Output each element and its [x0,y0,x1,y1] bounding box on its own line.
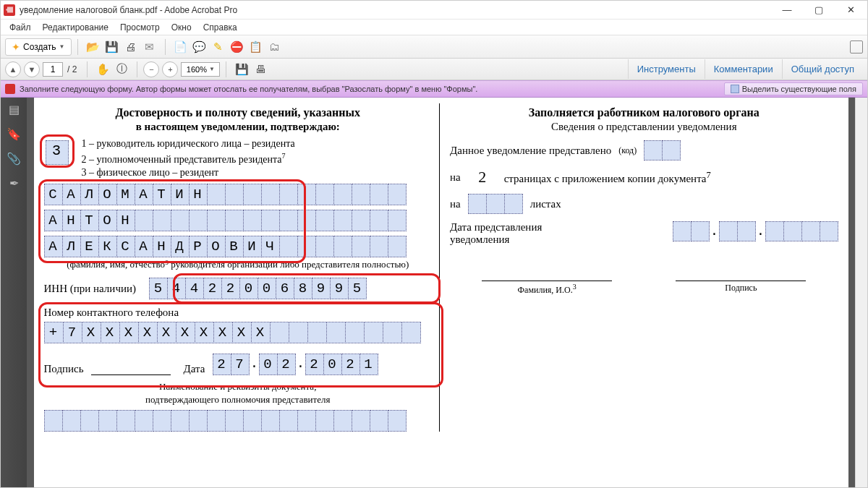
mail-icon[interactable]: ✉ [143,40,156,53]
maximize-button[interactable]: ▢ [809,3,828,17]
form-notice-icon [5,84,15,94]
sheets-field[interactable] [468,194,523,214]
submit-date-label-2: уведомления [450,234,542,246]
open-icon[interactable]: 📂 [87,40,100,53]
right-sub: Сведения о представлении уведомления [450,121,838,133]
window-title: уведомление налоговой бланк.pdf - Adobe … [20,5,778,15]
toolbar-separator [165,39,166,55]
pdf-page: Достоверность и полноту сведений, указан… [34,98,848,487]
date-dot: . [756,221,766,241]
export-icon[interactable]: 📄 [174,40,187,53]
app-window: уведомление налоговой бланк.pdf - Adobe … [0,0,868,488]
legend-2: 2 – уполномоченный представитель резиден… [82,154,282,165]
menu-edit[interactable]: Редактирование [37,21,114,34]
zoom-in-button[interactable]: + [162,61,178,77]
presented-code-label: (код) [618,145,637,156]
menu-view[interactable]: Просмотр [114,21,166,34]
pages-post: страницах с приложением копии документа [504,173,707,184]
left-heading-2: в настоящем уведомлении, подтверждаю: [44,121,433,133]
inn-field[interactable]: 544220068995 [149,278,367,299]
edit-icon[interactable]: ✎ [212,40,225,53]
official-name-label: Фамилия, И.О.3 [482,281,612,296]
page-count: / 2 [67,64,77,74]
bookmarks-panel-icon[interactable]: 🔖 [7,127,21,141]
legend-1: 1 – руководитель юридического лица – рез… [82,137,433,151]
close-button[interactable]: ✕ [841,3,860,17]
date-field[interactable]: 27.02.2021 [213,354,378,375]
star-icon: ✦ [12,41,20,53]
app-icon [4,4,15,16]
highlight-fields-button[interactable]: Выделить существующие поля [724,82,863,95]
minimize-button[interactable]: — [778,3,796,17]
signature-label: Подпись [44,363,84,375]
zoom-out-button[interactable]: − [143,61,159,77]
menu-file[interactable]: Файл [4,21,37,34]
submit-date-label-1: Дата представления [450,221,542,234]
patronymic-field[interactable]: АЛЕКСАНДРОВИЧ [44,236,433,257]
comment-icon[interactable]: 💬 [193,40,206,53]
titlebar: уведомление налоговой бланк.pdf - Adobe … [1,1,867,20]
menu-help[interactable]: Справка [197,21,243,34]
zoom-value: 160% [187,65,207,74]
official-sign-label: Подпись [676,281,806,296]
phone-field[interactable]: +7XXXXXXXXXX [44,322,433,343]
dropdown-icon: ▼ [59,43,65,50]
print2-icon[interactable]: 🖶 [254,63,267,76]
pages-pre: на [450,171,461,184]
workspace: ▤ 🔖 📎 ✒ Достоверность и полноту сведений… [1,98,867,487]
tab-share[interactable]: Общий доступ [782,59,863,79]
tab-tools[interactable]: Инструменты [628,59,705,79]
vertical-scrollbar[interactable] [855,98,867,487]
pages-count: 2 [468,168,497,187]
form-notice-text: Заполните следующую форму. Автор формы м… [20,85,477,93]
legend-sup: 7 [282,152,286,160]
left-heading-1: Достоверность и полноту сведений, указан… [44,106,433,119]
declarant-type-field[interactable]: 3 [46,140,69,165]
select-tool-icon[interactable]: Ⓘ [115,63,128,76]
create-button[interactable]: ✦ Создать ▼ [5,38,72,56]
right-heading: Заполняется работником налогового органа [450,106,838,119]
side-panel: ▤ 🔖 📎 ✒ [1,98,27,487]
doc-note-2: подтверждающего полномочия представителя [44,394,433,406]
menubar: Файл Редактирование Просмотр Окно Справк… [1,20,867,35]
multimedia-icon[interactable]: 🗂 [268,40,281,53]
form-icon[interactable]: 📋 [250,40,263,53]
firstname-field[interactable]: АНТОН [44,210,433,231]
official-signatures: Фамилия, И.О.3 Подпись [450,281,838,296]
page-number-input[interactable]: 1 [43,62,63,77]
phone-label: Номер контактного телефона [44,307,433,319]
menu-window[interactable]: Окно [166,21,197,34]
document-viewport[interactable]: Достоверность и полноту сведений, указан… [27,98,855,487]
doc-note-1: Наименование и реквизиты документа, [44,381,433,393]
date-dot: . [710,221,720,241]
name-note: (фамилия, имя, отчество⁵ руководителя ор… [44,259,433,270]
hand-tool-icon[interactable]: ✋ [96,63,109,76]
left-column: Достоверность и полноту сведений, указан… [44,103,441,432]
save-icon[interactable]: 💾 [106,40,119,53]
attachments-panel-icon[interactable]: 📎 [7,151,21,166]
fullscreen-icon[interactable] [850,40,863,53]
presented-code-field[interactable] [644,140,681,160]
surname-field[interactable]: САЛОМАТИН [44,184,433,205]
pages-sup: 7 [707,170,711,180]
inn-label: ИНН (при наличии) [44,283,136,295]
save-copy-icon[interactable]: 💾 [235,63,248,76]
nav-toolbar: ▲ ▼ 1 / 2 ✋ Ⓘ − + 160% ▼ 💾 🖶 Инструменты… [1,59,867,80]
page-up-button[interactable]: ▲ [5,61,21,77]
highlight-swatch-icon [731,85,739,93]
restrict-icon[interactable]: ⛔ [231,40,244,53]
zoom-level[interactable]: 160% ▼ [181,62,220,77]
print-icon[interactable]: 🖨 [124,40,137,53]
pages-panel-icon[interactable]: ▤ [7,102,21,116]
sheets-pre: на [450,198,461,210]
submit-date-field[interactable]: . . [673,221,838,241]
page-down-button[interactable]: ▼ [24,61,40,77]
legend-3: 3 – физическое лицо – резидент [82,166,433,180]
document-requisites-field[interactable] [44,410,433,432]
toolbar-separator [87,61,88,77]
create-button-label: Создать [23,42,56,52]
signatures-panel-icon[interactable]: ✒ [7,176,21,190]
signature-line [91,365,171,375]
tab-comments[interactable]: Комментарии [705,59,782,79]
form-notice-bar: Заполните следующую форму. Автор формы м… [1,80,867,98]
